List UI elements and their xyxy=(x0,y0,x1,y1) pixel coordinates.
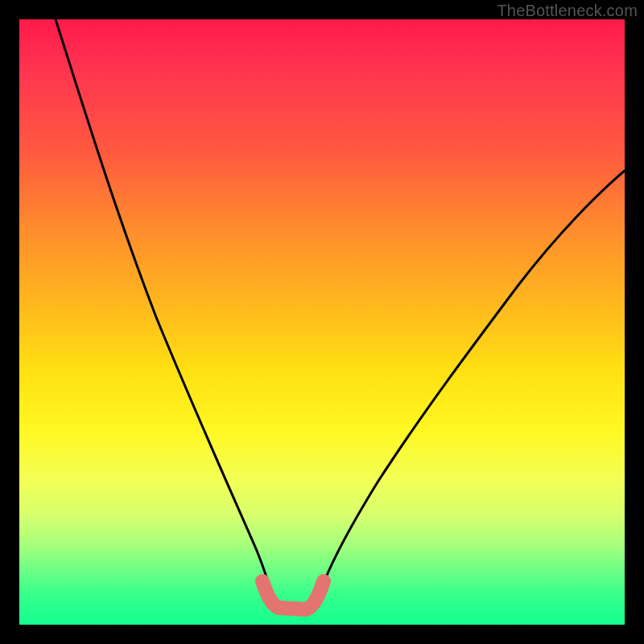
chart-frame: TheBottleneck.com xyxy=(0,0,644,644)
watermark-text: TheBottleneck.com xyxy=(497,2,638,20)
left-curve xyxy=(56,19,272,599)
bottom-red-segment xyxy=(262,581,324,609)
right-curve xyxy=(318,171,625,599)
plot-area xyxy=(19,19,625,625)
curve-layer xyxy=(19,19,625,625)
